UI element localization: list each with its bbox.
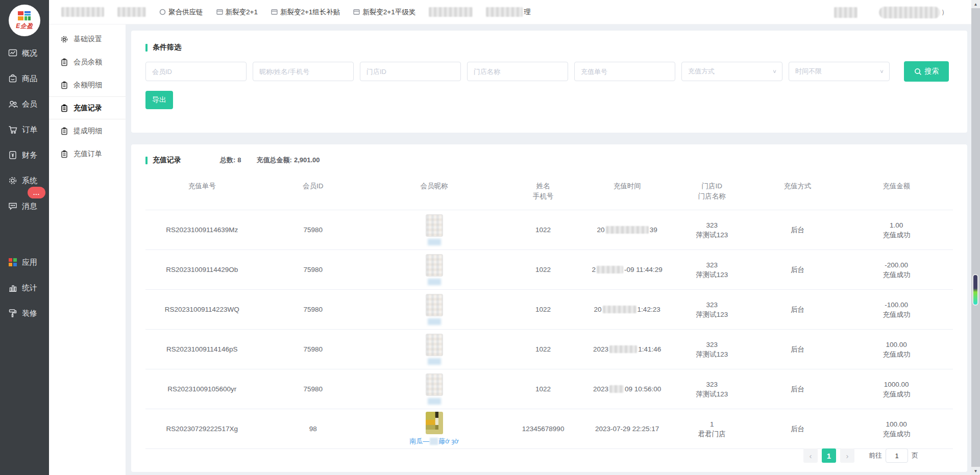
pagination: ‹ 1 › 前往 页 [803, 448, 918, 463]
sidebar-item-goods[interactable]: 商品 [0, 66, 49, 91]
store-id: 1 [669, 419, 755, 429]
col-store: 门店ID门店名称 [669, 181, 755, 202]
submenu-item-commission-detail[interactable]: 提成明细 [49, 119, 126, 142]
col-order: 充值单号 [145, 181, 258, 202]
prev-page-button[interactable]: ‹ [803, 448, 818, 463]
amount-value: 100.00 [840, 340, 952, 349]
overview-icon [8, 48, 18, 58]
time-redaction [609, 385, 624, 393]
redacted-account-pill[interactable] [879, 7, 940, 18]
tab-supply-chain[interactable]: 聚合供应链 [159, 8, 203, 17]
store-name: 萍测试123 [669, 349, 755, 359]
table-body: RS20231009114639Mz 75980 1022 20 39 323 … [145, 210, 953, 449]
submenu-item-recharge-orders[interactable]: 充值订单 [49, 142, 126, 165]
sidebar-item-orders[interactable]: 订单 [0, 117, 49, 142]
redacted-nav-item[interactable] [117, 7, 146, 17]
table-row[interactable]: RS20231009114429Ob 75980 1022 2 -09 11:4… [145, 250, 953, 290]
search-icon [914, 68, 922, 76]
statistics-icon [8, 283, 18, 293]
time-prefix: 20 [594, 305, 602, 314]
recharge-status: 充值成功 [840, 429, 952, 439]
time-redaction [597, 266, 623, 273]
member-nickname[interactable]: 南瓜—藤ớ ȝờ [409, 436, 458, 446]
cell-name-phone: 12345678990 [501, 424, 585, 434]
member-nickname[interactable] [428, 279, 441, 285]
gear-icon [60, 35, 68, 43]
records-table: 充值单号 会员ID 会员昵称 姓名手机号 充值时间 门店ID门店名称 充值方式 … [145, 178, 953, 449]
time-suffix: 39 [650, 225, 657, 235]
tab-partially-redacted[interactable]: 理 [486, 7, 531, 17]
cell-member-id: 75980 [258, 265, 368, 274]
clipboard-icon [60, 104, 68, 112]
cell-method: 后台 [755, 384, 840, 394]
sidebar-item-members[interactable]: 会员 [0, 91, 49, 117]
records-card: 充值记录 总数:8 充值总金额:2,901.00 充值单号 会员ID 会员昵称 … [131, 144, 967, 472]
amount-value: -200.00 [840, 260, 952, 270]
nickname-name-phone-input[interactable] [253, 62, 354, 81]
sidebar-item-messages[interactable]: 消息 ... [0, 193, 49, 219]
time-redaction [603, 306, 636, 313]
submenu-item-basic-settings[interactable]: 基础设置 [49, 28, 126, 51]
cell-method: 后台 [755, 265, 840, 274]
tab-label: 新裂变2+1 [226, 8, 258, 17]
redacted-nav-item[interactable] [61, 7, 104, 17]
cell-order-no: RS20231009114639Mz [145, 225, 258, 235]
cell-name-phone: 1022 [501, 265, 585, 274]
tab-fission-2plus1[interactable]: 新裂变2+1 [216, 8, 258, 17]
time-range-select[interactable]: 时间不限 ∨ [789, 62, 890, 81]
submenu-item-balance-detail[interactable]: 余额明细 [49, 73, 126, 96]
time-prefix: 2023 [593, 344, 608, 354]
scrollbar-thumb[interactable] [972, 274, 978, 306]
store-name-input[interactable] [467, 62, 568, 81]
goto-label: 前往 [869, 451, 882, 460]
tab-fission-peer-reward[interactable]: 新裂变2+1平级奖 [353, 8, 415, 17]
sidebar-item-apps[interactable]: 应用 [0, 249, 49, 275]
time-suffix: 1:42:23 [638, 305, 660, 314]
member-nickname[interactable] [428, 239, 441, 245]
recharge-method-select[interactable]: 充值方式 ∨ [681, 62, 782, 81]
time-prefix: 2 [592, 265, 596, 274]
cell-member-id: 75980 [258, 384, 368, 394]
search-button[interactable]: 搜索 [904, 61, 949, 82]
table-row[interactable]: RS20231009105600yr 75980 1022 2023 09 10… [145, 369, 953, 409]
table-row[interactable]: RS20230729222517Xg 98 南瓜—藤ớ ȝờ 123456789… [145, 409, 953, 449]
cell-recharge-time: 20 39 [585, 225, 669, 235]
table-row[interactable]: RS20231009114223WQ 75980 1022 20 1:42:23… [145, 290, 953, 330]
submenu-label: 余额明细 [74, 81, 102, 90]
cell-member-nickname [368, 334, 501, 365]
sidebar-item-label: 订单 [22, 125, 37, 135]
member-nickname[interactable] [428, 398, 441, 405]
sidebar-item-overview[interactable]: 概况 [0, 40, 49, 66]
table-row[interactable]: RS20231009114639Mz 75980 1022 20 39 323 … [145, 210, 953, 250]
goto-page-input[interactable] [886, 448, 908, 463]
time-prefix: 2023-07-29 22:25:17 [595, 424, 659, 434]
member-id-input[interactable] [145, 62, 247, 81]
scroll-up-arrow[interactable]: ▲ [971, 0, 980, 8]
export-button[interactable]: 导出 [145, 91, 173, 109]
sidebar-item-statistics[interactable]: 统计 [0, 275, 49, 301]
total-count-stat: 总数:8 [218, 156, 241, 165]
member-nickname[interactable] [428, 358, 441, 365]
cell-member-nickname [368, 254, 501, 285]
recharge-order-no-input[interactable] [574, 62, 675, 81]
store-name: 萍测试123 [669, 270, 755, 280]
redacted-user-block [834, 7, 857, 18]
recharge-status: 充值成功 [840, 310, 952, 319]
col-member-id: 会员ID [258, 181, 368, 202]
member-nickname[interactable] [428, 318, 441, 325]
sidebar-item-decorate[interactable]: 装修 [0, 301, 49, 326]
sidebar-item-finance[interactable]: 财务 [0, 142, 49, 168]
cell-amount: 1.00 充值成功 [840, 220, 952, 240]
submenu-label: 基础设置 [74, 35, 102, 44]
submenu-item-recharge-records[interactable]: 充值记录 [49, 96, 126, 119]
scroll-down-arrow[interactable]: ▼ [971, 467, 980, 475]
store-id-input[interactable] [360, 62, 461, 81]
table-row[interactable]: RS20231009114146pS 75980 1022 2023 1:41:… [145, 330, 953, 369]
submenu-item-member-balance[interactable]: 会员余额 [49, 51, 126, 73]
page-1-button[interactable]: 1 [822, 448, 836, 463]
submenu-label: 会员余额 [74, 58, 102, 67]
next-page-button[interactable]: › [840, 448, 854, 463]
member-avatar [426, 412, 443, 434]
redacted-nav-item[interactable] [429, 7, 473, 17]
tab-fission-leader-subsidy[interactable]: 新裂变2+1组长补贴 [271, 8, 340, 17]
